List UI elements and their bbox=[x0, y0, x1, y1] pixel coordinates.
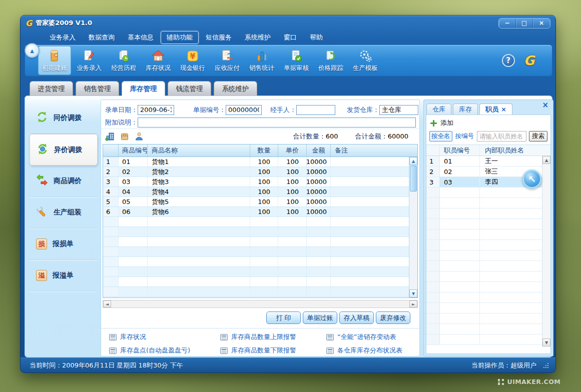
menu-item-data-query[interactable]: 数据查询 bbox=[83, 31, 121, 44]
tab-close-icon[interactable]: × bbox=[501, 106, 506, 113]
tab-stock[interactable]: 库存 bbox=[453, 104, 478, 115]
date-label: 录单日期： bbox=[105, 106, 138, 114]
staff-search-input[interactable] bbox=[477, 131, 526, 142]
person-icon[interactable] bbox=[135, 132, 144, 141]
save-draft-button[interactable]: 存入草稿 bbox=[339, 312, 374, 324]
date-input[interactable] bbox=[138, 105, 174, 115]
sidebar-item-overflow-report[interactable]: 溢 报溢单 bbox=[30, 260, 98, 292]
scroll-left-icon[interactable]: ◄ bbox=[103, 300, 111, 308]
tab-system-maint[interactable]: 系统维护 bbox=[214, 81, 257, 96]
report-icon bbox=[220, 334, 228, 340]
toolbar-item-business-entry[interactable]: 业务录入 bbox=[73, 46, 106, 75]
print-button[interactable]: 打 印 bbox=[266, 312, 301, 324]
sidebar-item-loss-report[interactable]: 损 报损单 bbox=[30, 228, 98, 260]
filter-by-name-toggle[interactable]: 按全名 bbox=[429, 131, 452, 142]
scroll-down-icon[interactable]: ▼ bbox=[542, 338, 550, 346]
report-icon bbox=[220, 348, 228, 354]
bar-chart-icon bbox=[255, 49, 269, 63]
table-row[interactable]: 404货物410010010000 bbox=[103, 187, 417, 197]
menu-item-system-maint[interactable]: 系统维护 bbox=[239, 31, 277, 44]
menu-item-sms-service[interactable]: 短信服务 bbox=[200, 31, 238, 44]
sync-same-price-icon bbox=[36, 111, 48, 125]
menu-item-basic-info[interactable]: 基本信息 bbox=[122, 31, 160, 44]
report-icon bbox=[109, 334, 117, 340]
toolbar-item-sales-stats[interactable]: 销售统计 bbox=[245, 46, 278, 75]
discard-changes-button[interactable]: 废弃修改 bbox=[376, 312, 410, 324]
toolbar-item-doc-audit[interactable]: 单据审核 bbox=[280, 46, 313, 75]
toolbar-item-price-tracking[interactable]: 价格跟踪 bbox=[314, 46, 347, 75]
toolbar-collapse-button[interactable]: ▲ bbox=[25, 43, 40, 58]
goods-box-icon[interactable] bbox=[120, 132, 129, 141]
totals: 合计数量：600 合计金额：60000 bbox=[293, 132, 415, 141]
warehouse-building-icon[interactable] bbox=[105, 132, 115, 141]
toolbar-item-initial-setup[interactable]: 初期建账 bbox=[38, 46, 71, 75]
sidebar-item-diff-price-transfer[interactable]: 异价调拨 bbox=[30, 134, 98, 166]
filter-by-code-toggle[interactable]: 按编号 bbox=[455, 132, 475, 141]
link-inventory-status[interactable]: 库存状况 bbox=[109, 332, 220, 342]
add-plus-icon bbox=[430, 120, 437, 126]
tab-warehouse[interactable]: 仓库 bbox=[426, 104, 451, 115]
tab-staff[interactable]: 职员× bbox=[479, 104, 512, 115]
menu-item-business-entry[interactable]: 业务录入 bbox=[44, 31, 82, 44]
header-cell: 商品编号 bbox=[119, 144, 148, 156]
sidebar-item-same-price-transfer[interactable]: 同价调拨 bbox=[30, 102, 98, 134]
horizontal-scrollbar[interactable]: ◄ ► bbox=[103, 300, 418, 308]
link-stock-count[interactable]: 库存盘点(自动盘盈盘亏) bbox=[109, 346, 220, 355]
toolbar-item-production-template[interactable]: 生产模板 bbox=[349, 46, 382, 75]
header-cell: 单价 bbox=[278, 144, 307, 156]
note-input[interactable] bbox=[138, 118, 416, 128]
link-lower-limit-alert[interactable]: 库存商品数量下限报警 bbox=[220, 346, 326, 355]
staff-scrollbar[interactable]: ▲ ▼ bbox=[542, 156, 550, 346]
scroll-up-icon[interactable]: ▲ bbox=[542, 156, 550, 164]
warehouse-input[interactable] bbox=[379, 105, 418, 115]
staff-row-empty bbox=[426, 272, 550, 282]
panel-close-icon[interactable]: × bbox=[542, 102, 548, 108]
tab-cashflow-mgmt[interactable]: 钱流管理 bbox=[168, 81, 211, 96]
sidebar-item-production-assembly[interactable]: 生产组装 bbox=[30, 197, 98, 228]
menu-item-aux-functions[interactable]: 辅助功能 bbox=[161, 31, 199, 44]
scroll-up-icon[interactable]: ▲ bbox=[409, 157, 417, 165]
menu-item-window[interactable]: 窗口 bbox=[278, 31, 303, 44]
toolbar-item-label: 销售统计 bbox=[249, 64, 274, 72]
handler-input[interactable] bbox=[296, 105, 335, 115]
tab-inventory-mgmt[interactable]: 库存管理 bbox=[122, 81, 165, 96]
doc-no-input[interactable] bbox=[226, 105, 262, 115]
table-row[interactable]: 101货物110010010000 bbox=[103, 157, 417, 167]
toolbar-item-business-history[interactable]: 经营历程 bbox=[107, 46, 140, 75]
resize-grip[interactable] bbox=[543, 363, 548, 368]
table-row-empty bbox=[103, 237, 417, 247]
maximize-button[interactable]: □ bbox=[516, 18, 533, 28]
menu-item-help[interactable]: 帮助 bbox=[304, 31, 329, 44]
watermark: UIMAKER.COM bbox=[498, 378, 560, 386]
scroll-right-icon[interactable]: ► bbox=[409, 300, 417, 308]
help-icon[interactable]: ? bbox=[502, 54, 515, 67]
close-button[interactable]: × bbox=[533, 18, 550, 28]
table-row[interactable]: 303货物310010010000 bbox=[103, 177, 417, 187]
sidebar-item-goods-reprice[interactable]: 商品调价 bbox=[30, 166, 98, 197]
table-row[interactable]: 202货物210010010000 bbox=[103, 167, 417, 177]
link-warehouse-distribution[interactable]: 各仓库库存分布状况表 bbox=[326, 346, 419, 355]
toolbar-item-cash-bank[interactable]: ¥ 现金银行 bbox=[176, 46, 209, 75]
report-icon bbox=[326, 348, 334, 354]
staff-row[interactable]: 101王一 bbox=[426, 156, 550, 166]
history-clock-icon bbox=[117, 49, 131, 63]
toolbar-item-inventory-status[interactable]: 库存状况 bbox=[142, 46, 175, 75]
table-row[interactable]: 505货物510010010000 bbox=[103, 197, 417, 207]
post-voucher-button[interactable]: 单据过账 bbox=[303, 312, 337, 324]
house-icon bbox=[151, 49, 165, 63]
svg-text:¥: ¥ bbox=[190, 52, 195, 61]
scroll-down-icon[interactable]: ▼ bbox=[409, 290, 417, 298]
tab-sales-mgmt[interactable]: 销售管理 bbox=[76, 81, 119, 96]
scrollbar-thumb[interactable] bbox=[410, 166, 417, 192]
staff-search-button[interactable]: 搜索 bbox=[529, 131, 547, 142]
tab-purchase-mgmt[interactable]: 进货管理 bbox=[30, 81, 73, 96]
table-row[interactable]: 606货物610010010000 bbox=[103, 207, 417, 217]
toolbar-item-label: 单据审核 bbox=[284, 64, 309, 72]
vertical-scrollbar[interactable]: ▲ ▼ bbox=[409, 157, 417, 298]
link-upper-limit-alert[interactable]: 库存商品数量上限报警 bbox=[220, 332, 326, 342]
minimize-button[interactable]: − bbox=[499, 18, 516, 28]
header-cell: 金额 bbox=[307, 144, 331, 156]
add-row[interactable]: 添加 bbox=[426, 115, 550, 130]
toolbar-item-receivable-payable[interactable]: 应收应付 bbox=[211, 46, 244, 75]
link-omni-flow-report[interactable]: “全能”进销存变动表 bbox=[326, 332, 419, 342]
